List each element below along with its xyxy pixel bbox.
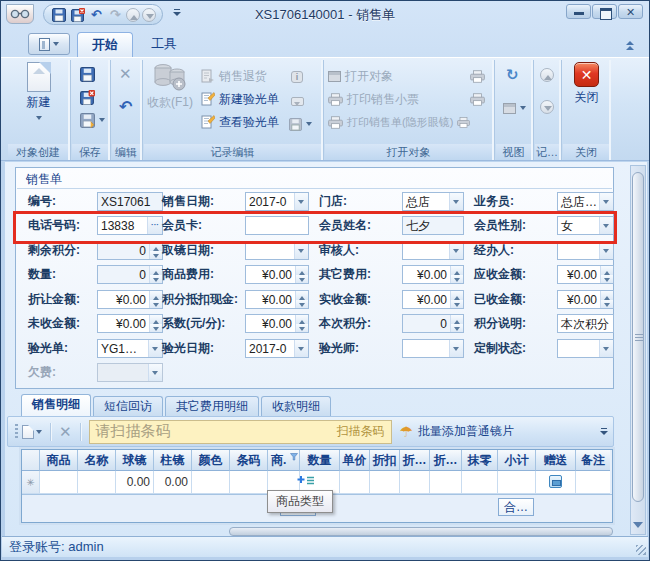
receivable-spin[interactable]: ¥0.00 <box>557 265 614 284</box>
order-no-field[interactable]: XS17061 <box>97 192 163 211</box>
grid-cell-barcode[interactable] <box>230 471 268 494</box>
arrears-combo[interactable] <box>97 363 163 382</box>
coefficient-spin[interactable]: ¥0.00 <box>245 314 309 333</box>
dropdown-arrow-icon[interactable] <box>449 242 463 259</box>
save-close-button-ribbon[interactable] <box>80 87 95 107</box>
view-optometry-button[interactable]: 查看验光单 <box>201 112 279 132</box>
scroll-down-button[interactable] <box>632 518 644 532</box>
current-points-spin[interactable]: 0 <box>402 314 464 333</box>
record-up-button[interactable] <box>540 68 554 82</box>
spinner-buttons[interactable] <box>450 315 463 332</box>
dropdown-arrow-icon[interactable] <box>148 340 162 357</box>
application-menu-button[interactable] <box>28 33 70 55</box>
delete-button[interactable]: ✕ <box>119 64 132 84</box>
dropdown-arrow-icon[interactable] <box>449 340 463 357</box>
spinner-buttons[interactable] <box>600 291 613 308</box>
minimize-button[interactable] <box>566 4 591 19</box>
grid-cell-gift[interactable] <box>536 471 576 494</box>
col-header-discount[interactable]: 折扣 <box>370 450 400 471</box>
store-combo[interactable]: 总店 <box>402 192 464 211</box>
dropdown-arrow-icon[interactable] <box>449 193 463 210</box>
spinner-buttons[interactable] <box>450 291 463 308</box>
gift-checkbox-icon[interactable] <box>549 475 562 488</box>
maximize-button[interactable] <box>592 4 617 19</box>
unreceived-spin[interactable]: ¥0.00 <box>97 314 163 333</box>
grid-cell-round-off[interactable] <box>462 471 498 494</box>
open-object-button[interactable]: 打开对象 <box>328 66 393 86</box>
print-receipt-button[interactable]: 打印销售小票 <box>328 89 419 109</box>
save-button-ribbon[interactable] <box>80 64 95 84</box>
col-header-color[interactable]: 颜色 <box>192 450 230 471</box>
col-header-discount3[interactable]: 折… <box>430 450 462 471</box>
dropdown-arrow-icon[interactable] <box>294 193 308 210</box>
new-button[interactable]: 新建 <box>7 62 70 123</box>
print-button-2[interactable] <box>470 89 485 109</box>
save-as-button[interactable] <box>80 110 105 130</box>
save-record-dropdown-button[interactable] <box>289 114 312 134</box>
actual-received-spin[interactable]: ¥0.00 <box>402 290 464 309</box>
custom-status-combo[interactable] <box>557 339 614 358</box>
spinner-buttons[interactable] <box>149 291 162 308</box>
optometrist-combo[interactable] <box>402 339 464 358</box>
spinner-buttons[interactable] <box>295 266 308 283</box>
col-header-discount2[interactable]: 折… <box>400 450 430 471</box>
batch-add-lens-button[interactable]: ☂ 批量添加普通镜片 <box>400 423 514 440</box>
record-down-button[interactable] <box>540 100 554 114</box>
resize-grip[interactable] <box>636 545 646 555</box>
grid-cell-color[interactable] <box>192 471 230 494</box>
tab-payment-detail[interactable]: 收款明细 <box>261 396 331 416</box>
received-amount-spin[interactable]: ¥0.00 <box>557 290 614 309</box>
grid-cell-unit-price[interactable] <box>340 471 370 494</box>
grid-cell-discount2[interactable] <box>400 471 430 494</box>
grid-cell-cylinder[interactable]: 0.00 <box>154 471 192 494</box>
points-desc-field[interactable]: 本次积分 <box>557 314 614 333</box>
points-deduct-cash-spin[interactable]: ¥0.00 <box>245 290 309 309</box>
close-window-button[interactable] <box>618 4 643 19</box>
toolbar-overflow-dropdown-icon[interactable] <box>600 428 609 438</box>
titlebar[interactable]: ↶ ↷ XS1706140001 - 销售单 <box>1 1 649 29</box>
grid-cell-product[interactable] <box>40 471 78 494</box>
undo-button-ribbon[interactable]: ↶ <box>119 96 132 116</box>
col-header-subtotal[interactable]: 小计 <box>498 450 536 471</box>
discount-amount-spin[interactable]: ¥0.00 <box>97 290 163 309</box>
sum-button-subtotal[interactable]: 合… <box>498 498 534 516</box>
grid-cell-name[interactable] <box>78 471 116 494</box>
info-button[interactable]: i <box>291 67 303 87</box>
new-optometry-button[interactable]: 新建验光单 <box>201 89 279 109</box>
dropdown-arrow-icon[interactable] <box>294 242 308 259</box>
refresh-button[interactable]: ↻ <box>506 65 519 85</box>
col-header-unit-price[interactable]: 单价 <box>340 450 370 471</box>
spinner-buttons[interactable] <box>295 291 308 308</box>
col-header-cylinder[interactable]: 柱镜 <box>154 450 192 471</box>
dropdown-arrow-icon[interactable] <box>599 340 613 357</box>
tab-sales-detail[interactable]: 销售明细 <box>21 394 91 416</box>
layout-view-button[interactable] <box>503 98 526 118</box>
grid-cell-subtotal[interactable] <box>498 471 536 494</box>
tab-start[interactable]: 开始 <box>77 32 133 57</box>
optometry-date-combo[interactable]: 2017-0 <box>245 339 309 358</box>
ribbon-collapse-chevron-icon[interactable] <box>626 39 635 49</box>
sales-date-combo[interactable]: 2017-0 <box>245 192 309 211</box>
tab-sms-followup[interactable]: 短信回访 <box>93 396 163 416</box>
col-header-name[interactable]: 名称 <box>78 450 116 471</box>
barcode-scan-input[interactable]: 请扫描条码 扫描条码 <box>89 420 392 444</box>
dropdown-arrow-icon[interactable] <box>599 193 613 210</box>
spinner-buttons[interactable] <box>149 315 162 332</box>
spinner-buttons[interactable] <box>149 266 162 283</box>
goods-fee-spin[interactable]: ¥0.00 <box>245 265 309 284</box>
other-fee-spin[interactable]: ¥0.00 <box>402 265 464 284</box>
col-header-product-type[interactable]: 商. <box>268 450 300 471</box>
spinner-buttons[interactable] <box>295 315 308 332</box>
grid-cell-discount3[interactable] <box>430 471 462 494</box>
col-header-gift[interactable]: 赠送 <box>536 450 576 471</box>
vertical-scrollbar[interactable] <box>630 165 646 535</box>
receive-payment-button[interactable]: 收款(F1) <box>143 62 197 111</box>
grid-cell-sphere[interactable]: 0.00 <box>116 471 154 494</box>
col-header-remark[interactable]: 备注 <box>576 450 610 471</box>
grid-cell-discount[interactable] <box>370 471 400 494</box>
grid-cell-remark[interactable] <box>576 471 610 494</box>
spinner-buttons[interactable] <box>600 266 613 283</box>
print-contact-lens-button[interactable]: 打印销售单(隐形眼镜) <box>328 112 470 132</box>
vertical-scrollbar-thumb[interactable] <box>632 172 644 502</box>
close-button[interactable]: ✕ 关闭 <box>562 62 611 106</box>
